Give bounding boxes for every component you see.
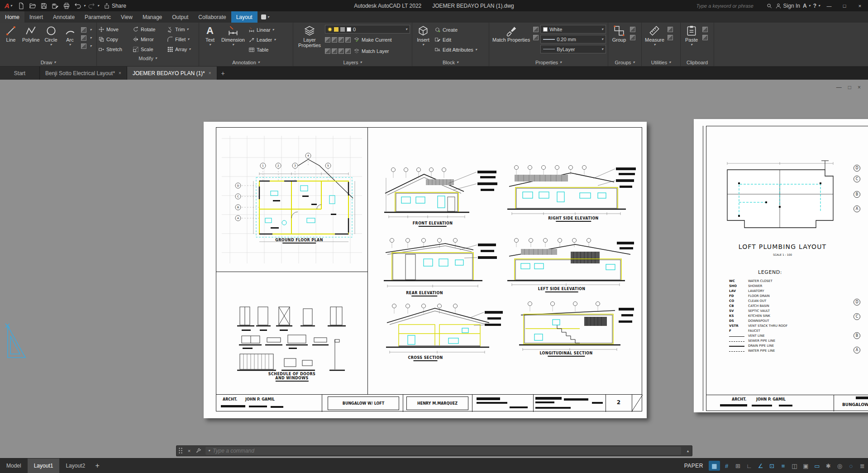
trim-button[interactable]: Trim▾ (166, 24, 199, 34)
table-button[interactable]: Table (247, 45, 277, 55)
autocad-logo[interactable]: A▾ (2, 2, 15, 10)
layer-unlock-icon[interactable] (332, 48, 337, 54)
drawing-close-button[interactable]: × (858, 84, 861, 91)
command-line-bar[interactable]: × ▾ ▴ (176, 445, 692, 456)
ellipse-tool-icon[interactable] (81, 35, 86, 41)
match-properties-button[interactable]: Match Properties (491, 24, 531, 43)
layer-freeze-tool-icon[interactable] (339, 37, 344, 43)
paper-space-icon[interactable]: ▦ (709, 461, 720, 471)
panel-label-modify[interactable]: Modify▾ (97, 54, 199, 62)
paper-model-toggle[interactable]: PAPER (680, 459, 708, 473)
restore-button[interactable]: □ (838, 0, 851, 11)
plot-button[interactable] (61, 1, 72, 11)
line-button[interactable]: Line (2, 24, 20, 43)
dimension-button[interactable]: Dimension▾ (220, 24, 246, 48)
tab-parametric[interactable]: Parametric (80, 11, 116, 23)
linear-dimension-button[interactable]: Linear▾ (247, 25, 277, 35)
leader-button[interactable]: Leader▾ (247, 35, 277, 45)
lineweight-dropdown[interactable]: 0.20 mm▾ (540, 35, 606, 43)
insert-block-button[interactable]: Insert▾ (414, 24, 432, 48)
new-file-button[interactable] (16, 1, 27, 11)
drag-grip-icon[interactable] (178, 447, 183, 454)
recent-commands-button[interactable]: ▴ (684, 449, 692, 453)
layer-unisolate-icon[interactable] (332, 37, 337, 43)
properties-palette-icon[interactable] (533, 35, 539, 40)
tab-layout[interactable]: Layout (231, 11, 258, 23)
copy-clip-icon[interactable] (702, 35, 708, 40)
tab-collaborate[interactable]: Collaborate (193, 11, 231, 23)
command-input[interactable] (213, 448, 678, 454)
file-tab-start[interactable]: Start (0, 67, 40, 80)
undo-button[interactable] (72, 1, 83, 11)
rotate-button[interactable]: Rotate (131, 24, 166, 34)
tab-manage[interactable]: Manage (138, 11, 167, 23)
scale-button[interactable]: Scale (131, 44, 166, 54)
isolate-icon[interactable]: ◌ (845, 459, 857, 473)
model-tab[interactable]: Model (0, 459, 28, 473)
quick-calculator-icon[interactable] (668, 35, 673, 40)
annotation-scale-icon[interactable]: ▭ (811, 459, 823, 473)
paste-button[interactable]: Paste▾ (682, 24, 701, 48)
layout1-tab[interactable]: Layout1 (28, 459, 60, 473)
ribbon-options-button[interactable]: ▾ (258, 11, 273, 23)
drawing-minimize-button[interactable]: — (836, 84, 842, 91)
panel-label-block[interactable]: Block▾ (412, 58, 489, 66)
customize-command-button[interactable] (194, 448, 203, 454)
file-tab-benji-sotto[interactable]: Benji Sotto Electrical Layout*× (40, 67, 127, 80)
measure-button[interactable]: Measure▾ (644, 24, 666, 48)
panel-label-annotation[interactable]: Annotation▾ (199, 58, 293, 66)
tab-output[interactable]: Output (167, 11, 193, 23)
group-edit-icon[interactable] (630, 35, 635, 40)
mirror-button[interactable]: Mirror (131, 34, 166, 44)
chevron-down-icon[interactable]: ▾ (97, 4, 99, 8)
annotation-monitor-icon[interactable]: ◎ (834, 459, 845, 473)
chevron-down-icon[interactable]: ▾ (90, 28, 92, 32)
panel-label-utilities[interactable]: Utilities▾ (642, 58, 680, 66)
ortho-icon[interactable]: ∟ (744, 459, 755, 473)
tab-insert[interactable]: Insert (24, 11, 48, 23)
new-drawing-tab-button[interactable]: + (217, 67, 229, 80)
properties-list-icon[interactable] (533, 27, 539, 32)
polyline-button[interactable]: Polyline (21, 24, 41, 43)
chevron-down-icon[interactable]: ▾ (84, 4, 86, 8)
close-icon[interactable]: × (119, 71, 121, 76)
snap-icon[interactable]: ⊞ (732, 459, 744, 473)
tab-annotate[interactable]: Annotate (48, 11, 80, 23)
panel-label-draw[interactable]: Draw▾ (0, 58, 96, 66)
file-tab-joemer-bedayo[interactable]: JOEMER BEDAYO PLAN (1)*× (127, 67, 217, 80)
open-file-button[interactable] (27, 1, 38, 11)
arc-button[interactable]: Arc▾ (61, 24, 79, 48)
layer-dropdown[interactable]: 0 ▾ (325, 25, 410, 33)
search-icon[interactable] (766, 3, 773, 9)
layer-off-icon[interactable] (345, 37, 351, 43)
panel-label-groups[interactable]: Groups▾ (608, 58, 641, 66)
grid-icon[interactable]: # (721, 459, 732, 473)
search-input[interactable] (696, 3, 764, 9)
panel-label-layers[interactable]: Layers▾ (293, 58, 412, 66)
transparency-icon[interactable]: ◫ (789, 459, 800, 473)
copy-button[interactable]: Copy (97, 34, 131, 44)
osnap-icon[interactable]: ⊡ (766, 459, 777, 473)
layer-properties-button[interactable]: Layer Properties (295, 24, 324, 49)
save-button[interactable] (38, 1, 49, 11)
minimize-button[interactable]: — (823, 0, 835, 11)
chevron-down-icon[interactable]: ▾ (90, 44, 92, 48)
layer-lock-tool-icon[interactable] (325, 48, 330, 54)
object-color-dropdown[interactable]: White▾ (540, 25, 606, 33)
panel-label-properties[interactable]: Properties▾ (489, 58, 608, 66)
command-field[interactable]: ▾ (205, 447, 681, 455)
layout2-tab[interactable]: Layout2 (59, 459, 91, 473)
hatch-tool-icon[interactable] (81, 43, 86, 49)
id-point-icon[interactable] (668, 27, 673, 32)
chevron-down-icon[interactable]: ▾ (90, 36, 92, 40)
rectangle-tool-icon[interactable] (81, 27, 86, 33)
share-button[interactable]: Share (100, 3, 130, 9)
panel-label-clipboard[interactable]: Clipboard (681, 58, 714, 66)
sign-in-button[interactable]: Sign In (775, 3, 800, 9)
array-button[interactable]: Array▾ (166, 44, 199, 54)
circle-button[interactable]: Circle▾ (42, 24, 60, 48)
fillet-button[interactable]: Fillet▾ (166, 34, 199, 44)
help-button[interactable]: ?▾ (813, 3, 820, 9)
cut-icon[interactable] (702, 27, 708, 32)
command-close-button[interactable]: × (185, 448, 194, 454)
